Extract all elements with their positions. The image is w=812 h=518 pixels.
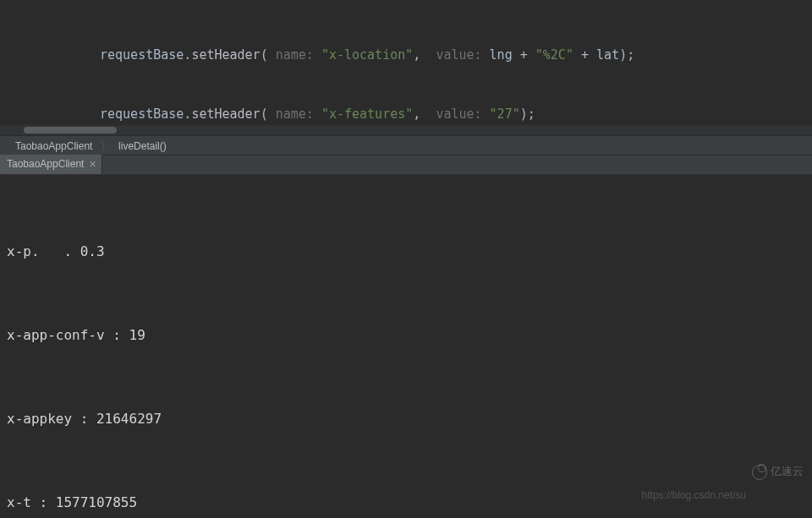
breadcrumb[interactable]: TaobaoAppClient 〉 liveDetail() [0, 135, 812, 155]
code-line[interactable]: requestBase.setHeader( name: "x-location… [100, 41, 812, 69]
breadcrumb-class[interactable]: TaobaoAppClient [15, 140, 92, 152]
chevron-right-icon: 〉 [101, 140, 111, 152]
editor-horizontal-scrollbar[interactable] [0, 125, 812, 135]
breadcrumb-method[interactable]: liveDetail() [118, 140, 167, 152]
ide-root: requestBase.setHeader( name: "x-location… [0, 0, 812, 518]
console-tab-label: TaobaoAppClient [7, 155, 84, 174]
console-line: x-t : 1577107855 [7, 488, 812, 516]
console-line: x-app-conf-v : 19 [7, 321, 812, 349]
console-output[interactable]: x-p. . 0.3 x-app-conf-v : 19 x-appkey : … [0, 175, 812, 518]
console-tab[interactable]: TaobaoAppClient ✕ [0, 155, 102, 174]
cloud-icon [752, 465, 767, 480]
close-icon[interactable]: ✕ [89, 155, 96, 174]
console-tab-strip: TaobaoAppClient ✕ [0, 155, 812, 175]
console-line: x-appkey : 21646297 [7, 405, 812, 433]
console-line: x-p. . 0.3 [7, 237, 812, 265]
code-line[interactable]: requestBase.setHeader( name: "x-features… [100, 100, 812, 128]
scrollbar-thumb[interactable] [24, 127, 117, 134]
code-editor[interactable]: requestBase.setHeader( name: "x-location… [0, 0, 812, 135]
